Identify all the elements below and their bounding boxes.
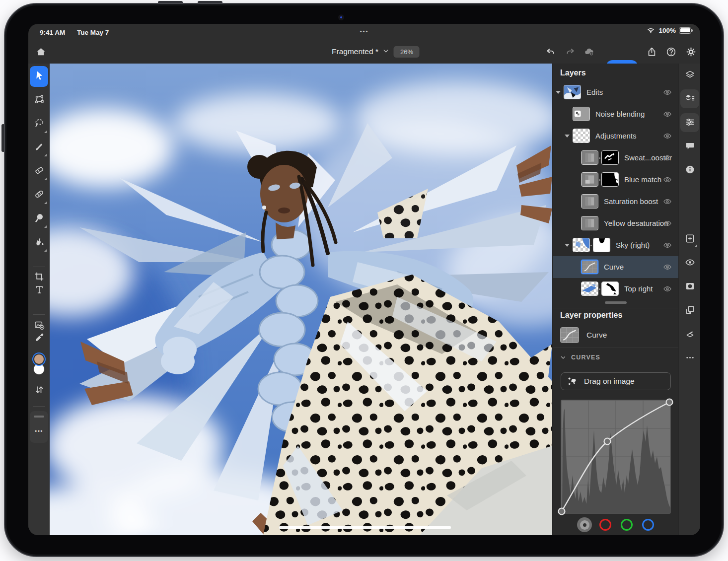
layer-row[interactable]: Blue match	[553, 169, 679, 191]
gear-icon[interactable]	[682, 43, 699, 60]
layer-thumbnail-sky[interactable]	[581, 281, 598, 296]
layer-mask-thumbnail[interactable]	[593, 238, 610, 252]
layer-visibility-icon[interactable]	[662, 175, 673, 185]
wifi-icon	[646, 26, 655, 34]
layer-visibility-button[interactable]	[680, 254, 699, 273]
chevron-down-icon[interactable]	[383, 47, 389, 56]
disclosure-triangle-icon[interactable]	[565, 135, 570, 138]
home-indicator[interactable]	[279, 526, 451, 529]
panel-resize-handle[interactable]	[605, 301, 627, 304]
layer-row[interactable]: Top right	[553, 278, 679, 300]
swap-colors-button[interactable]	[30, 380, 48, 401]
disclosure-triangle-icon[interactable]	[565, 244, 570, 247]
adjustment-layer-thumbnail[interactable]	[581, 194, 598, 209]
help-icon[interactable]	[662, 43, 679, 60]
layer-row[interactable]: Edits	[553, 81, 679, 103]
page: 9:41 AM Tue May 7 ••• 100% Fragmented * …	[0, 0, 728, 561]
tool-rail-divider	[33, 314, 45, 315]
layers-panel-toggle-button[interactable]	[680, 66, 699, 85]
layer-visibility-icon[interactable]	[662, 240, 673, 250]
layer-visibility-icon[interactable]	[662, 284, 673, 294]
multitask-dots-icon[interactable]: •••	[360, 28, 369, 34]
curve-point-highlight[interactable]	[666, 399, 673, 406]
more-tools-button[interactable]: •••	[30, 428, 48, 435]
layer-thumbnail-pixels[interactable]	[573, 107, 590, 121]
curves-section-header[interactable]: CURVES	[560, 354, 600, 361]
curve-point-mid[interactable]	[604, 438, 611, 445]
eyedropper-tool-button[interactable]	[30, 328, 48, 349]
layer-row[interactable]: Sky (right)	[553, 234, 679, 256]
layer-properties-thumbnail	[560, 327, 579, 343]
layer-row[interactable]: Sweat...ooster	[553, 147, 679, 169]
comments-button[interactable]	[680, 137, 699, 156]
layer-visibility-icon[interactable]	[662, 218, 673, 228]
curves-histogram[interactable]	[561, 400, 671, 514]
layer-mask-thumbnail[interactable]	[601, 281, 619, 296]
green-channel-button[interactable]	[621, 519, 633, 531]
document-canvas[interactable]	[50, 64, 552, 535]
layer-properties-toggle-button[interactable]	[680, 89, 699, 108]
flatten-icon	[684, 328, 696, 342]
curve-layer-thumbnail[interactable]	[581, 260, 598, 274]
foreground-color-well[interactable]	[32, 352, 46, 366]
healing-tool-button[interactable]	[30, 185, 48, 206]
layer-row[interactable]: Noise blending	[553, 103, 679, 125]
layer-visibility-icon[interactable]	[662, 197, 673, 207]
flatten-button[interactable]	[680, 325, 699, 344]
layer-row[interactable]: Saturation boost	[553, 191, 679, 212]
adjustments-icon	[684, 116, 696, 130]
adjustments-toggle-button[interactable]	[680, 113, 699, 132]
layer-visibility-icon[interactable]	[662, 87, 673, 97]
add-layer-button[interactable]	[680, 230, 699, 249]
document-info-button[interactable]	[680, 161, 699, 180]
type-tool-button[interactable]	[30, 280, 48, 301]
red-channel-button[interactable]	[599, 519, 611, 531]
brush-tool-button[interactable]	[30, 137, 48, 158]
layer-mask-thumbnail[interactable]	[601, 172, 619, 187]
layer-row[interactable]: Adjustments	[553, 125, 679, 147]
layers-panel: Layers EditsNoise blendingAdjustmentsSwe…	[552, 64, 678, 535]
layer-mask-button[interactable]	[680, 278, 699, 296]
canvas-artwork	[50, 64, 552, 535]
adjustment-layer-thumbnail[interactable]	[581, 172, 598, 187]
zoom-level-badge[interactable]: 26%	[394, 46, 420, 58]
curve-point-shadow[interactable]	[559, 508, 565, 515]
disclosure-triangle-icon[interactable]	[556, 91, 561, 94]
transform-tool-button[interactable]	[30, 90, 48, 111]
swap-colors-icon	[33, 384, 45, 398]
blue-channel-button[interactable]	[642, 519, 654, 531]
tool-options-handle[interactable]	[34, 416, 44, 418]
layer-visibility-icon[interactable]	[662, 131, 673, 141]
home-button[interactable]	[32, 43, 49, 60]
group-thumbnail-transparent[interactable]	[573, 129, 590, 143]
app-toolbar: Fragmented * 26% Share	[28, 40, 700, 64]
move-tool-button[interactable]	[30, 66, 48, 87]
layer-visibility-icon[interactable]	[662, 262, 673, 272]
export-icon[interactable]	[643, 43, 660, 60]
layer-thumbnail-collage[interactable]	[564, 85, 581, 99]
layer-thumbnail-sky[interactable]	[573, 238, 590, 252]
adjustment-layer-thumbnail[interactable]	[581, 150, 598, 165]
eye-icon	[684, 257, 696, 270]
drag-on-image-button[interactable]: Drag on image	[561, 372, 671, 390]
undo-button[interactable]	[542, 43, 559, 60]
properties-divider	[553, 348, 678, 348]
layer-row[interactable]: Yellow desaturation	[553, 212, 679, 234]
layer-visibility-icon[interactable]	[662, 109, 673, 119]
lasso-tool-button[interactable]	[30, 114, 48, 135]
clipping-mask-button[interactable]	[680, 301, 699, 320]
eraser-tool-button[interactable]	[30, 161, 48, 182]
tool-rail: •••	[28, 64, 50, 535]
layer-visibility-icon[interactable]	[662, 153, 673, 163]
fill-tool-button[interactable]	[30, 232, 48, 253]
layer-mask-thumbnail[interactable]	[601, 150, 619, 165]
mask-link-dot	[599, 157, 600, 159]
composite-channel-button[interactable]	[577, 517, 592, 532]
layer-row[interactable]: Curve	[553, 256, 679, 278]
redo-button[interactable]	[562, 43, 579, 60]
adjustment-layer-thumbnail[interactable]	[581, 216, 598, 230]
zoom-tool-button[interactable]	[30, 209, 48, 229]
more-options-button[interactable]	[680, 349, 699, 368]
cloud-offline-icon[interactable]	[581, 43, 597, 60]
document-title-group[interactable]: Fragmented * 26%	[332, 40, 420, 64]
